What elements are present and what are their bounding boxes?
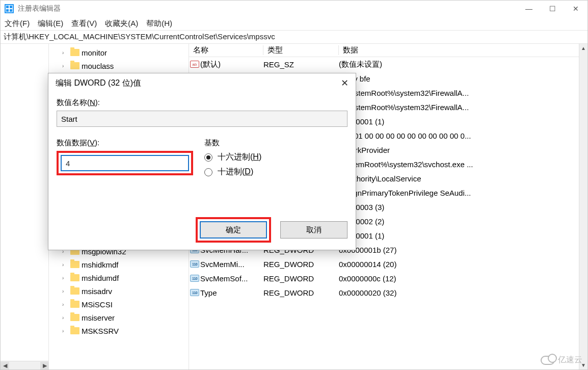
chevron-right-icon: › bbox=[62, 275, 68, 281]
menu-view[interactable]: 查看(V) bbox=[71, 19, 97, 29]
tree-item[interactable]: ›mouclass bbox=[49, 59, 189, 72]
radio-dot-icon bbox=[204, 153, 212, 162]
cell-type: REG_DWORD bbox=[263, 288, 339, 297]
menu-file[interactable]: 文件(F) bbox=[5, 19, 30, 29]
menu-edit[interactable]: 编辑(E) bbox=[38, 19, 63, 29]
col-data[interactable]: 数据 bbox=[339, 45, 587, 55]
dword-icon: 110 bbox=[190, 289, 199, 296]
folder-icon bbox=[70, 274, 79, 281]
dialog-close-icon[interactable]: ✕ bbox=[341, 77, 349, 89]
minimize-button[interactable]: — bbox=[517, 1, 541, 17]
hscrollbar[interactable]: ◀ ▶ bbox=[1, 361, 49, 369]
radio-decimal[interactable]: 十进制(D) bbox=[204, 167, 348, 177]
folder-icon bbox=[70, 287, 79, 295]
tree-item-label: MSKSSRV bbox=[82, 327, 119, 335]
tree-item-label: mshidumdf bbox=[82, 274, 119, 282]
list-row[interactable]: 110SvcMemMi...REG_DWORD0x00000014 (20) bbox=[189, 257, 587, 271]
cell-data: etworkProvider bbox=[339, 146, 587, 154]
scroll-right-icon[interactable]: ▶ bbox=[40, 362, 49, 369]
cell-data: 00000002 (2) bbox=[339, 217, 587, 226]
value-name-field bbox=[57, 111, 348, 127]
tree-item[interactable]: ›monitor bbox=[49, 46, 189, 59]
cell-data: T Authority\LocalService bbox=[339, 174, 587, 183]
watermark: 亿速云 bbox=[541, 355, 582, 365]
cell-data: 0x00000014 (20) bbox=[339, 260, 587, 269]
ok-button[interactable]: 确定 bbox=[200, 221, 267, 239]
cell-data: 00000001 (1) bbox=[339, 231, 587, 240]
cell-data: %SystemRoot%\system32\FirewallA... bbox=[339, 89, 587, 97]
folder-icon bbox=[70, 314, 79, 321]
tree-item-label: msisadrv bbox=[82, 287, 112, 296]
cloud-icon bbox=[541, 356, 555, 365]
cell-data: %SystemRoot%\system32\FirewallA... bbox=[339, 103, 587, 112]
ok-highlight: 确定 bbox=[196, 217, 271, 243]
chevron-right-icon: › bbox=[62, 63, 68, 69]
list-row[interactable]: ab(默认)REG_SZ(数值未设置) bbox=[189, 57, 587, 71]
radio-hexadecimal[interactable]: 十六进制(H) bbox=[204, 152, 348, 163]
cell-name: SvcMemSof... bbox=[200, 274, 263, 283]
tree-item-label: MSiSCSI bbox=[82, 300, 113, 309]
col-type[interactable]: 类型 bbox=[263, 45, 339, 55]
list-scrollbar[interactable]: ▲ ▼ bbox=[579, 44, 587, 369]
tree-item-label: mouclass bbox=[82, 62, 114, 70]
folder-icon bbox=[70, 301, 79, 308]
scroll-left-icon[interactable]: ◀ bbox=[1, 362, 9, 369]
cell-data: (数值未设置) bbox=[339, 60, 587, 69]
tree-item[interactable]: ›msisadrv bbox=[49, 284, 189, 298]
value-data-field[interactable] bbox=[61, 155, 189, 171]
tree-item-label: mshidkmdf bbox=[82, 260, 119, 269]
cancel-button[interactable]: 取消 bbox=[280, 221, 348, 239]
tree-item[interactable]: ›mshidumdf bbox=[49, 271, 189, 284]
chevron-right-icon: › bbox=[62, 328, 68, 334]
left-split-pane bbox=[1, 44, 49, 369]
cell-data: 0x00000020 (32) bbox=[339, 288, 587, 297]
cell-data: 0x0000001b (27) bbox=[339, 246, 587, 254]
cell-data: SystemRoot%\system32\svchost.exe ... bbox=[339, 160, 587, 169]
tree-item[interactable]: ›MSiSCSI bbox=[49, 298, 189, 311]
menu-help[interactable]: 帮助(H) bbox=[146, 19, 172, 29]
radio-empty-icon bbox=[204, 168, 212, 176]
dword-icon: 110 bbox=[190, 275, 199, 282]
folder-icon bbox=[70, 327, 79, 334]
string-icon: ab bbox=[190, 61, 199, 68]
cell-data: 0x0000000c (12) bbox=[339, 274, 587, 283]
close-button[interactable]: ✕ bbox=[564, 1, 587, 17]
cell-data: ) 51 01 00 00 00 00 00 00 00 00 00 0... bbox=[339, 131, 587, 140]
tree-item[interactable]: ›msiserver bbox=[49, 311, 189, 324]
chevron-right-icon: › bbox=[62, 302, 68, 307]
cell-type: REG_DWORD bbox=[263, 274, 339, 283]
list-row[interactable]: 110TypeREG_DWORD0x00000020 (32) bbox=[189, 285, 587, 300]
tree-item[interactable]: ›mshidkmdf bbox=[49, 258, 189, 271]
window-title: 注册表编辑器 bbox=[18, 4, 61, 13]
cell-data: 00000003 (3) bbox=[339, 203, 587, 212]
folder-icon bbox=[70, 261, 79, 268]
value-data-label: 数值数据(V): bbox=[57, 138, 204, 148]
value-name-label: 数值名称(N): bbox=[57, 98, 348, 108]
edit-dword-dialog: 编辑 DWORD (32 位)值 ✕ 数值名称(N): 数值数据(V): 基数 bbox=[48, 73, 356, 250]
dialog-title: 编辑 DWORD (32 位)值 bbox=[56, 78, 141, 89]
chevron-right-icon: › bbox=[62, 288, 68, 294]
regedit-icon bbox=[5, 4, 14, 13]
cell-name: Type bbox=[200, 288, 263, 297]
folder-icon bbox=[70, 49, 79, 56]
tree-item[interactable]: ›MSKSSRV bbox=[49, 324, 189, 337]
maximize-button[interactable]: ☐ bbox=[541, 1, 564, 17]
list-row[interactable]: 110SvcMemSof...REG_DWORD0x0000000c (12) bbox=[189, 271, 587, 285]
menu-favorites[interactable]: 收藏夹(A) bbox=[105, 19, 138, 29]
cell-name: SvcMemMi... bbox=[200, 260, 263, 269]
chevron-right-icon: › bbox=[62, 50, 68, 56]
tree-item-label: monitor bbox=[82, 48, 107, 57]
address-bar[interactable]: 计算机\HKEY_LOCAL_MACHINE\SYSTEM\CurrentCon… bbox=[4, 32, 275, 42]
cell-data: AssignPrimaryTokenPrivilege SeAudi... bbox=[339, 189, 587, 197]
value-data-highlight bbox=[57, 151, 193, 175]
base-label: 基数 bbox=[204, 138, 348, 148]
dword-icon: 110 bbox=[190, 260, 199, 268]
cell-data: 00000001 (1) bbox=[339, 117, 587, 126]
folder-icon bbox=[70, 62, 79, 69]
cell-name: (默认) bbox=[200, 60, 263, 69]
chevron-right-icon: › bbox=[62, 262, 68, 268]
chevron-right-icon: › bbox=[62, 315, 68, 321]
col-name[interactable]: 名称 bbox=[189, 45, 263, 55]
tree-item-label: msiserver bbox=[82, 313, 115, 322]
cell-data: psdrv bfe bbox=[339, 74, 587, 83]
